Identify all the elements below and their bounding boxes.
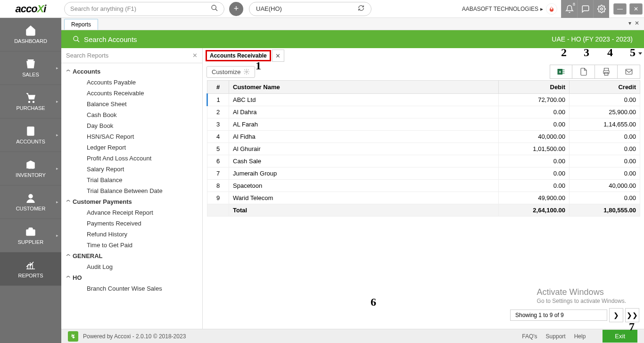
nav-reports[interactable]: REPORTS bbox=[0, 252, 61, 286]
branch-selector[interactable]: UAE(HO) bbox=[249, 2, 372, 16]
report-tab-active[interactable]: Accounts Receivable bbox=[206, 50, 271, 61]
nav-label: CUSTOMER bbox=[16, 206, 46, 211]
tree-leaf[interactable]: Branch Counter Wise Sales bbox=[61, 283, 202, 294]
tree-leaf[interactable]: Accounts Receivable bbox=[61, 88, 202, 99]
report-tab-row: Accounts Receivable ✕ 1 2 3 4 5 bbox=[203, 48, 644, 63]
tree-leaf[interactable]: Ledger Report bbox=[61, 142, 202, 153]
svg-line-1 bbox=[215, 9, 217, 11]
tree-leaf[interactable]: Day Book bbox=[61, 120, 202, 131]
global-search-input[interactable]: Search for anything (F1) bbox=[64, 2, 224, 16]
module-tab-reports[interactable]: Reports bbox=[64, 19, 98, 30]
tree-leaf[interactable]: HSN/SAC Report bbox=[61, 131, 202, 142]
dropdown-caret[interactable] bbox=[638, 49, 642, 58]
sync-icon bbox=[358, 5, 364, 13]
report-tree[interactable]: AccountsAccounts PayableAccounts Receiva… bbox=[61, 63, 202, 329]
svg-point-8 bbox=[30, 131, 31, 132]
tree-group[interactable]: Customer Payments bbox=[61, 196, 202, 207]
flame-icon[interactable] bbox=[546, 3, 557, 15]
notifications-button[interactable]: 8 bbox=[561, 0, 577, 18]
table-row[interactable]: 2Al Dahra0.0025,900.00 bbox=[207, 106, 640, 118]
tree-leaf[interactable]: Trial Balance bbox=[61, 175, 202, 185]
svg-rect-6 bbox=[29, 128, 33, 130]
tree-leaf[interactable]: Advance Receipt Report bbox=[61, 207, 202, 218]
nav-purchase[interactable]: PURCHASE▸ bbox=[0, 85, 61, 118]
tree-leaf[interactable]: Salary Report bbox=[61, 164, 202, 175]
report-grid[interactable]: # Customer Name Debit Credit 1ABC Ltd72,… bbox=[206, 80, 640, 217]
svg-point-2 bbox=[600, 8, 603, 10]
tree-leaf[interactable]: Balance Sheet bbox=[61, 99, 202, 109]
nav-label: ACCOUNTS bbox=[16, 139, 45, 144]
footer-help-link[interactable]: Help bbox=[574, 333, 586, 340]
tree-leaf[interactable]: Accounts Payable bbox=[61, 77, 202, 88]
add-button[interactable]: + bbox=[229, 2, 243, 16]
col-customer[interactable]: Customer Name bbox=[229, 81, 499, 94]
footer-faq-link[interactable]: FAQ's bbox=[522, 333, 537, 340]
pager-next[interactable]: ❯ bbox=[609, 308, 623, 322]
left-nav: DASHBOARD SALES▸ PURCHASE▸ ACCOUNTS▸ INV… bbox=[0, 18, 61, 343]
nav-sales[interactable]: SALES▸ bbox=[0, 51, 61, 85]
nav-label: SUPPLIER bbox=[18, 239, 43, 245]
context-title[interactable]: Search Accounts bbox=[84, 35, 137, 43]
tree-leaf[interactable]: Profit And Loss Account bbox=[61, 153, 202, 164]
table-row[interactable]: 6Cash Sale0.000.00 bbox=[207, 155, 640, 167]
svg-text:X: X bbox=[559, 70, 561, 74]
export-pdf-button[interactable] bbox=[572, 65, 595, 79]
report-tab-close[interactable]: ✕ bbox=[272, 50, 284, 62]
chat-button[interactable] bbox=[577, 0, 593, 18]
company-name: AABASOFT TECHNOLOGIES bbox=[462, 6, 538, 12]
export-icons: X bbox=[550, 65, 640, 79]
logo-part: acco bbox=[16, 3, 37, 15]
table-row[interactable]: 1ABC Ltd72,700.000.00 bbox=[207, 94, 640, 106]
table-row[interactable]: 5Al Ghurair1,01,500.000.00 bbox=[207, 143, 640, 155]
pager: 6 Showing 1 to 9 of 9 ❯ ❯❯ bbox=[206, 305, 640, 325]
clear-icon[interactable]: ✕ bbox=[192, 52, 198, 59]
svg-rect-13 bbox=[29, 165, 31, 168]
col-index[interactable]: # bbox=[207, 81, 229, 94]
email-button[interactable] bbox=[618, 65, 640, 79]
tree-leaf[interactable]: Audit Log bbox=[61, 261, 202, 272]
exit-button[interactable]: Exit bbox=[603, 330, 637, 343]
col-credit[interactable]: Credit bbox=[570, 81, 640, 94]
svg-point-17 bbox=[74, 36, 78, 41]
context-bar: Search Accounts UAE - HO (FY 2023 - 2023… bbox=[61, 30, 644, 48]
print-button[interactable] bbox=[595, 65, 618, 79]
svg-point-10 bbox=[29, 133, 30, 134]
nav-supplier[interactable]: SUPPLIER▸ bbox=[0, 219, 61, 252]
footer-powered: Powered by Accoxi - 2.0.10 © 2018-2023 bbox=[83, 333, 186, 340]
table-row[interactable]: 8Spacetoon0.0040,000.00 bbox=[207, 180, 640, 192]
close-button[interactable]: ✕ bbox=[629, 3, 643, 15]
table-row[interactable]: 9Warid Telecom49,900.000.00 bbox=[207, 192, 640, 204]
export-excel-button[interactable]: X bbox=[550, 65, 572, 79]
tree-group[interactable]: GENERAL bbox=[61, 251, 202, 261]
table-row[interactable]: 3AL Farah0.001,14,655.00 bbox=[207, 118, 640, 131]
chevron-right-icon: ▸ bbox=[56, 166, 58, 171]
nav-dashboard[interactable]: DASHBOARD bbox=[0, 18, 61, 51]
module-tab-controls[interactable]: ▾ ✕ bbox=[628, 20, 639, 26]
svg-point-7 bbox=[29, 131, 30, 132]
tree-leaf[interactable]: Cash Book bbox=[61, 109, 202, 120]
tree-leaf[interactable]: Refund History bbox=[61, 229, 202, 240]
table-row[interactable]: 4Al Fidha40,000.000.00 bbox=[207, 131, 640, 143]
table-row[interactable]: 7Jumeraih Group0.000.00 bbox=[207, 167, 640, 180]
windows-watermark: Activate Windows Go to Settings to activ… bbox=[537, 287, 626, 304]
col-debit[interactable]: Debit bbox=[499, 81, 570, 94]
company-menu[interactable]: AABASOFT TECHNOLOGIES ▸ bbox=[462, 6, 543, 12]
svg-point-19 bbox=[246, 71, 248, 73]
svg-point-3 bbox=[29, 101, 30, 103]
tree-leaf[interactable]: Payments Received bbox=[61, 218, 202, 229]
tree-group[interactable]: Accounts bbox=[61, 66, 202, 77]
minimize-button[interactable]: — bbox=[613, 3, 627, 15]
settings-button[interactable] bbox=[593, 0, 609, 18]
nav-accounts[interactable]: ACCOUNTS▸ bbox=[0, 118, 61, 152]
pager-last[interactable]: ❯❯ bbox=[625, 308, 639, 322]
report-search-input[interactable]: Search Reports ✕ bbox=[61, 48, 202, 63]
customize-button[interactable]: Customize bbox=[206, 66, 255, 78]
footer-support-link[interactable]: Support bbox=[546, 333, 566, 340]
nav-customer[interactable]: CUSTOMER▸ bbox=[0, 185, 61, 219]
search-placeholder: Search Reports bbox=[66, 52, 108, 59]
nav-label: DASHBOARD bbox=[14, 38, 47, 44]
nav-inventory[interactable]: INVENTORY▸ bbox=[0, 152, 61, 185]
tree-leaf[interactable]: Time to Get Paid bbox=[61, 240, 202, 251]
tree-leaf[interactable]: Trial Balance Between Date bbox=[61, 185, 202, 196]
tree-group[interactable]: HO bbox=[61, 272, 202, 283]
